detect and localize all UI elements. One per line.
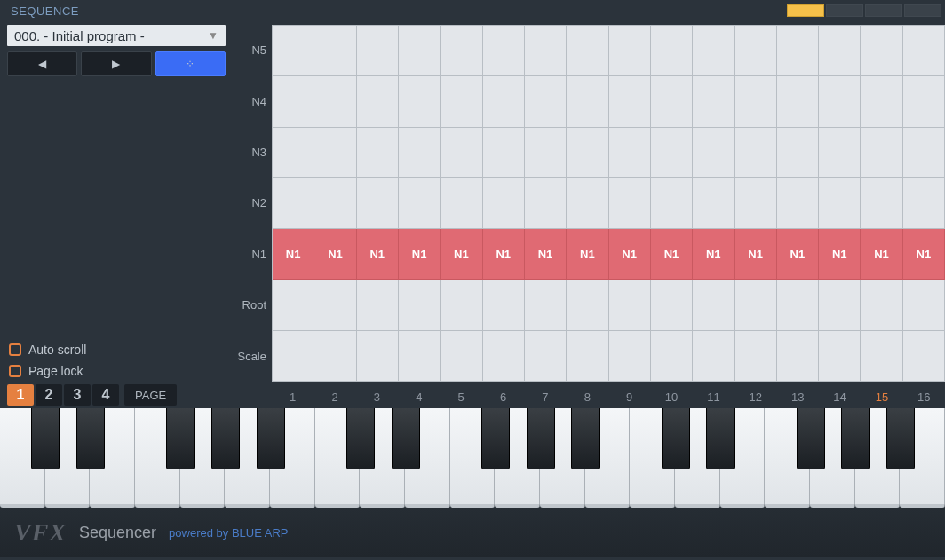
grid-cell[interactable]: N1 [441, 229, 482, 280]
grid-cell[interactable] [483, 26, 525, 76]
grid-cell[interactable] [399, 331, 441, 382]
grid-cell[interactable] [903, 128, 945, 178]
grid-cell[interactable] [777, 178, 819, 229]
grid-cell[interactable] [609, 26, 651, 76]
grid-cell[interactable] [483, 128, 525, 178]
black-key[interactable] [797, 408, 825, 469]
grid-cell[interactable] [399, 76, 441, 127]
step-number[interactable]: 11 [693, 387, 735, 404]
grid-cell[interactable] [441, 280, 482, 330]
grid-cell[interactable] [819, 76, 861, 127]
grid-cell[interactable] [735, 331, 776, 382]
grid-cell[interactable] [357, 128, 399, 178]
grid-cell[interactable] [735, 280, 776, 330]
grid-cell[interactable] [609, 178, 651, 229]
grid-cell[interactable] [861, 280, 902, 330]
grid-cell[interactable] [651, 26, 693, 76]
step-number[interactable]: 7 [524, 387, 566, 404]
black-key[interactable] [211, 408, 240, 469]
grid-cell[interactable] [651, 280, 693, 330]
grid-cell[interactable] [273, 280, 314, 330]
grid-cell[interactable]: N1 [819, 229, 861, 280]
grid-cell[interactable] [903, 331, 945, 382]
grid-cell[interactable] [273, 331, 314, 382]
grid-cell[interactable] [777, 280, 819, 330]
step-number[interactable]: 13 [777, 387, 819, 404]
grid-cell[interactable] [273, 26, 314, 76]
grid-cell[interactable] [777, 128, 819, 178]
grid-cell[interactable] [735, 26, 776, 76]
grid-cell[interactable] [441, 128, 482, 178]
grid-cell[interactable] [483, 178, 525, 229]
grid-cell[interactable] [314, 128, 356, 178]
step-number[interactable]: 12 [735, 387, 776, 404]
grid-cell[interactable] [567, 280, 608, 330]
grid-cell[interactable] [609, 76, 651, 127]
step-number[interactable]: 16 [903, 387, 945, 404]
black-key[interactable] [392, 408, 420, 469]
grid-cell[interactable] [399, 26, 441, 76]
step-number[interactable]: 4 [398, 387, 440, 404]
step-number[interactable]: 8 [567, 387, 608, 404]
grid-cell[interactable] [693, 178, 735, 229]
grid-cell[interactable] [314, 76, 356, 127]
prev-button[interactable]: ◀ [7, 51, 77, 76]
grid-cell[interactable] [525, 178, 567, 229]
grid-cell[interactable] [693, 76, 735, 127]
grid-cell[interactable] [399, 128, 441, 178]
grid-cell[interactable]: N1 [567, 229, 608, 280]
step-number[interactable]: 6 [482, 387, 524, 404]
grid-cell[interactable] [861, 76, 902, 127]
step-number[interactable]: 14 [819, 387, 861, 404]
grid-cell[interactable] [357, 178, 399, 229]
grid-cell[interactable]: N1 [609, 229, 651, 280]
step-number[interactable]: 1 [272, 387, 314, 404]
grid-cell[interactable] [735, 178, 776, 229]
page-tab[interactable]: 2 [36, 384, 62, 406]
grid-cell[interactable] [777, 331, 819, 382]
step-number[interactable]: 15 [861, 387, 902, 404]
grid-cell[interactable]: N1 [399, 229, 441, 280]
next-button[interactable]: ▶ [81, 51, 151, 76]
grid-cell[interactable] [861, 128, 902, 178]
grid-cell[interactable]: N1 [651, 229, 693, 280]
step-number[interactable]: 9 [608, 387, 650, 404]
grid-cell[interactable]: N1 [483, 229, 525, 280]
grid-cell[interactable] [693, 280, 735, 330]
grid-cell[interactable] [777, 26, 819, 76]
grid-cell[interactable] [861, 331, 902, 382]
grid-cell[interactable] [861, 26, 902, 76]
grid-cell[interactable] [483, 331, 525, 382]
status-box-3[interactable] [865, 4, 902, 17]
grid-cell[interactable] [861, 178, 902, 229]
grid-cell[interactable] [357, 331, 399, 382]
step-number[interactable]: 3 [356, 387, 398, 404]
grid-cell[interactable] [314, 178, 356, 229]
page-tab[interactable]: 4 [92, 384, 119, 406]
grid-cell[interactable] [399, 178, 441, 229]
grid-cell[interactable] [609, 280, 651, 330]
grid-cell[interactable] [903, 178, 945, 229]
grid-cell[interactable] [693, 331, 735, 382]
grid-cell[interactable] [819, 280, 861, 330]
status-box-4[interactable] [904, 4, 941, 17]
page-tab[interactable]: 1 [7, 384, 34, 406]
black-key[interactable] [571, 408, 600, 469]
grid-cell[interactable] [693, 26, 735, 76]
black-key[interactable] [346, 408, 375, 469]
page-lock-checkbox[interactable] [9, 365, 21, 377]
grid-cell[interactable] [357, 280, 399, 330]
grid-cell[interactable]: N1 [735, 229, 776, 280]
grid-cell[interactable] [567, 331, 608, 382]
grid-cell[interactable] [273, 76, 314, 127]
grid-cell[interactable] [567, 26, 608, 76]
grid-cell[interactable] [525, 128, 567, 178]
black-key[interactable] [257, 408, 285, 469]
grid-cell[interactable] [483, 76, 525, 127]
step-number[interactable]: 5 [441, 387, 482, 404]
grid-cell[interactable]: N1 [693, 229, 735, 280]
grid-cell[interactable] [273, 178, 314, 229]
program-dropdown[interactable]: 000. - Initial program - ▼ [7, 25, 226, 46]
grid-cell[interactable] [609, 331, 651, 382]
black-key[interactable] [706, 408, 735, 469]
